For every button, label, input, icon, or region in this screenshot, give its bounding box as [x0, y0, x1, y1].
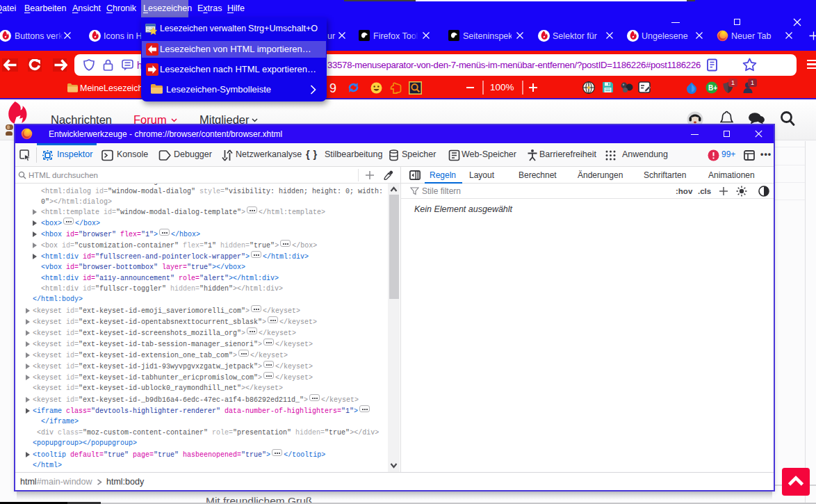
svg-text:B+: B+ [708, 84, 717, 92]
